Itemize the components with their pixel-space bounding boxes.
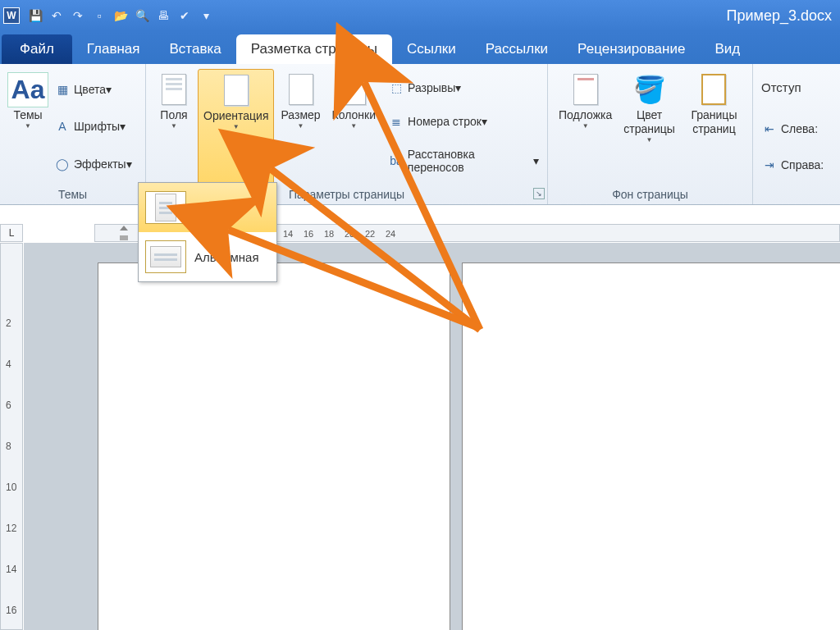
page-borders-label: Границы страниц xyxy=(687,108,742,136)
line-numbers-button[interactable]: ≣Номера строк ▾ xyxy=(385,112,542,131)
vruler-tick: 4 xyxy=(6,358,11,370)
theme-effects-button[interactable]: ◯Эффекты ▾ xyxy=(51,154,135,174)
page-2[interactable] xyxy=(462,262,840,630)
chevron-down-icon: ▼ xyxy=(233,123,240,130)
word-app-icon[interactable]: W xyxy=(3,7,20,24)
group-paragraph: Отступ ⇤Слева: ⇥Справа: xyxy=(753,64,840,204)
columns-button[interactable]: Колонки ▼ xyxy=(327,69,381,185)
indent-right-label: Справа: xyxy=(781,158,824,171)
ruler-tick: 18 xyxy=(321,225,337,243)
tab-references[interactable]: Ссылки xyxy=(392,34,471,64)
size-icon xyxy=(284,72,318,107)
breaks-icon: ⬚ xyxy=(388,80,404,96)
vruler-tick: 2 xyxy=(6,317,11,329)
ruler-tick: 14 xyxy=(280,225,296,243)
themes-icon: Aa xyxy=(11,72,45,107)
breaks-label: Разрывы xyxy=(408,81,455,94)
indent-marker[interactable] xyxy=(120,226,128,240)
margins-icon xyxy=(157,72,191,107)
qat-undo-icon[interactable]: ↶ xyxy=(48,7,65,24)
group-page-bg-title: Фон страницы xyxy=(553,185,747,204)
indent-right-icon: ⇥ xyxy=(761,157,778,173)
group-paragraph-title xyxy=(758,185,835,204)
qat-new-icon[interactable]: ▫ xyxy=(91,7,107,24)
margins-button[interactable]: Поля ▼ xyxy=(152,69,196,185)
ruler-tick: 20 xyxy=(341,225,358,243)
qat-save-icon[interactable]: 💾 xyxy=(27,7,43,24)
portrait-icon xyxy=(145,191,186,224)
titlebar: W 💾 ↶ ↷ ▫ 📂 🔍 🖶 ✔ ▾ Пример_3.docx xyxy=(0,0,840,31)
indent-heading: Отступ xyxy=(758,80,827,103)
document-area[interactable] xyxy=(24,243,840,630)
vruler-tick: 6 xyxy=(6,399,11,411)
landscape-label: Альбомная xyxy=(194,250,259,264)
vruler-tick: 14 xyxy=(6,564,16,575)
group-themes: Aa Темы ▼ ▦Цвета ▾ AШрифты ▾ ◯Эффекты ▾ … xyxy=(0,64,146,204)
colors-label: Цвета xyxy=(74,83,106,96)
vertical-ruler[interactable]: 2 4 6 8 10 12 14 16 xyxy=(0,243,23,630)
vruler-tick: 10 xyxy=(6,482,16,493)
portrait-label: Книжная xyxy=(194,201,244,215)
ribbon-tabs: Файл Главная Вставка Разметка страницы С… xyxy=(0,31,840,64)
breaks-button[interactable]: ⬚Разрывы ▾ xyxy=(385,78,542,98)
indent-left-row[interactable]: ⇤Слева: xyxy=(758,119,827,139)
page-color-label: Цвет страницы xyxy=(623,108,675,136)
size-button[interactable]: Размер ▼ xyxy=(276,69,325,185)
indent-left-label: Слева: xyxy=(781,122,818,135)
watermark-button[interactable]: Подложка ▼ xyxy=(554,69,617,185)
page-1[interactable] xyxy=(98,262,450,630)
qat-mode-icon[interactable]: ▾ xyxy=(198,7,214,24)
page-borders-icon xyxy=(696,72,731,107)
size-label: Размер xyxy=(281,108,320,122)
chevron-down-icon: ▼ xyxy=(646,136,653,144)
vruler-tick: 8 xyxy=(6,441,11,452)
tab-review[interactable]: Рецензирование xyxy=(563,34,700,64)
page-borders-button[interactable]: Границы страниц xyxy=(682,69,746,185)
orientation-button[interactable]: Ориентация ▼ xyxy=(198,69,274,185)
tab-file[interactable]: Файл xyxy=(2,34,72,64)
page-setup-dialog-launcher[interactable]: ↘ xyxy=(533,188,545,199)
hyphenation-label: Расстановка переносов xyxy=(408,148,533,174)
indent-left-icon: ⇤ xyxy=(761,121,778,137)
tab-selector[interactable]: L xyxy=(0,224,23,242)
indent-right-row[interactable]: ⇥Справа: xyxy=(758,155,827,175)
vruler-tick: 16 xyxy=(6,605,16,616)
margins-label: Поля xyxy=(160,108,187,122)
hyphenation-button[interactable]: bāРасстановка переносов ▾ xyxy=(385,146,542,176)
chevron-down-icon: ▼ xyxy=(298,122,304,130)
orientation-portrait-item[interactable]: Книжная xyxy=(139,183,276,232)
themes-button[interactable]: Aa Темы ▼ xyxy=(6,69,50,185)
qat-quickprint-icon[interactable]: 🖶 xyxy=(155,7,171,24)
theme-fonts-button[interactable]: AШрифты ▾ xyxy=(51,116,135,136)
line-numbers-icon: ≣ xyxy=(388,113,404,130)
orientation-dropdown: Книжная Альбомная xyxy=(138,182,277,282)
chevron-down-icon: ▼ xyxy=(25,122,31,130)
tab-mailings[interactable]: Рассылки xyxy=(471,34,563,64)
tab-home[interactable]: Главная xyxy=(72,34,155,64)
effects-icon: ◯ xyxy=(54,156,71,172)
tab-view[interactable]: Вид xyxy=(700,34,755,64)
orientation-landscape-item[interactable]: Альбомная xyxy=(139,232,276,281)
vruler-tick: 12 xyxy=(6,523,16,534)
tab-page-layout[interactable]: Разметка страницы xyxy=(236,34,392,64)
theme-colors-button[interactable]: ▦Цвета ▾ xyxy=(51,80,135,99)
chevron-down-icon: ▼ xyxy=(171,122,177,130)
group-page-background: Подложка ▼ 🪣 Цвет страницы ▼ Границы стр… xyxy=(548,64,753,204)
orientation-icon xyxy=(219,73,253,107)
qat-redo-icon[interactable]: ↷ xyxy=(70,7,86,24)
colors-icon: ▦ xyxy=(54,81,71,98)
tab-insert[interactable]: Вставка xyxy=(155,34,236,64)
ribbon: Aa Темы ▼ ▦Цвета ▾ AШрифты ▾ ◯Эффекты ▾ … xyxy=(0,64,840,205)
page-color-icon: 🪣 xyxy=(632,72,667,107)
qat-preview-icon[interactable]: 🔍 xyxy=(134,7,150,24)
document-title: Пример_3.docx xyxy=(727,7,832,25)
fonts-icon: A xyxy=(54,118,71,135)
hyphenation-icon: bā xyxy=(388,153,404,169)
chevron-down-icon: ▼ xyxy=(582,122,589,130)
qat-open-icon[interactable]: 📂 xyxy=(112,7,129,24)
qat-spell-icon[interactable]: ✔ xyxy=(176,7,193,24)
effects-label: Эффекты xyxy=(74,158,126,171)
ruler-tick: 16 xyxy=(300,225,317,243)
page-color-button[interactable]: 🪣 Цвет страницы ▼ xyxy=(619,69,680,185)
columns-label: Колонки xyxy=(332,108,376,122)
